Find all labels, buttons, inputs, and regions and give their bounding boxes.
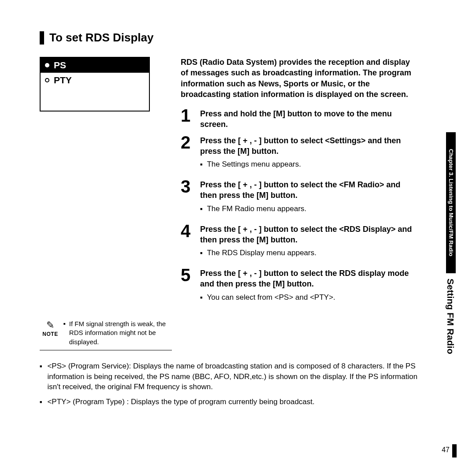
step-sub: The RDS Display menu appears. (207, 248, 316, 258)
device-option-label: PS (54, 60, 66, 71)
definitions: <PS> (Program Service): Displays the nam… (40, 361, 458, 407)
manual-page: To set RDS Display PS PTY ✎ NOTE (0, 0, 476, 476)
step-5: 5 Press the [ + , - ] button to select t… (181, 266, 419, 307)
step-title: Press the [ + , - ] button to select the… (200, 268, 419, 290)
right-column: RDS (Radio Data System) provides the rec… (181, 57, 458, 350)
m-button-icon: M (259, 235, 266, 244)
note-rule (40, 350, 172, 350)
step-number: 4 (181, 222, 200, 263)
device-screen: PS PTY (40, 57, 150, 112)
m-button-icon: M (275, 279, 282, 288)
m-button-icon: M (240, 147, 247, 156)
step-number: 3 (181, 178, 200, 218)
step-2: 2 Press the [ + , - ] button to select <… (181, 134, 419, 174)
step-sub: The Settings menu appears. (207, 159, 301, 170)
step-number: 2 (181, 134, 200, 174)
device-option-label: PTY (54, 75, 72, 86)
side-tab: Chapter 3. Listening to Music/FM Radio S… (446, 132, 457, 379)
step-3: 3 Press the [ + , - ] button to select t… (181, 178, 419, 218)
device-option-ps: PS (41, 58, 149, 73)
device-option-pty: PTY (41, 73, 149, 88)
section-tab: Setting FM Radio (445, 273, 456, 354)
note-pencil-icon: ✎ (40, 320, 61, 331)
step-title: Press and hold the [M] button to move to… (200, 108, 419, 130)
note-label: NOTE (40, 331, 61, 337)
chapter-tab: Chapter 3. Listening to Music/FM Radio (446, 132, 456, 273)
radio-dot-icon (45, 63, 49, 67)
definition-pty: <PTY> (Program Type) : Displays the type… (47, 397, 314, 407)
radio-dot-icon (45, 78, 49, 82)
left-column: PS PTY ✎ NOTE If FM signal strength is w… (40, 57, 181, 350)
step-1: 1 Press and hold the [M] button to move … (181, 107, 419, 130)
m-button-icon: M (259, 191, 266, 200)
step-number: 5 (181, 266, 200, 307)
note-block: ✎ NOTE If FM signal strength is weak, th… (40, 320, 172, 346)
page-mark-icon (452, 444, 457, 457)
page-number: 47 (442, 446, 450, 454)
intro-paragraph: RDS (Radio Data System) provides the rec… (181, 57, 419, 100)
step-number: 1 (181, 107, 200, 130)
page-heading: To set RDS Display (49, 31, 153, 45)
step-title: Press the [ + , - ] button to select the… (200, 224, 419, 245)
step-sub: The FM Radio menu appears. (207, 204, 306, 214)
heading-row: To set RDS Display (40, 31, 458, 45)
step-sub: You can select from <PS> and <PTY>. (207, 292, 335, 303)
step-4: 4 Press the [ + , - ] button to select t… (181, 222, 419, 263)
m-button-icon: M (276, 109, 283, 118)
step-title: Press the [ + , - ] button to select the… (200, 179, 419, 201)
step-title: Press the [ + , - ] button to select <Se… (200, 135, 419, 157)
heading-bar-icon (40, 31, 44, 45)
note-text: If FM signal strength is weak, the RDS i… (69, 320, 172, 346)
definition-ps: <PS> (Program Service): Displays the nam… (47, 361, 419, 392)
